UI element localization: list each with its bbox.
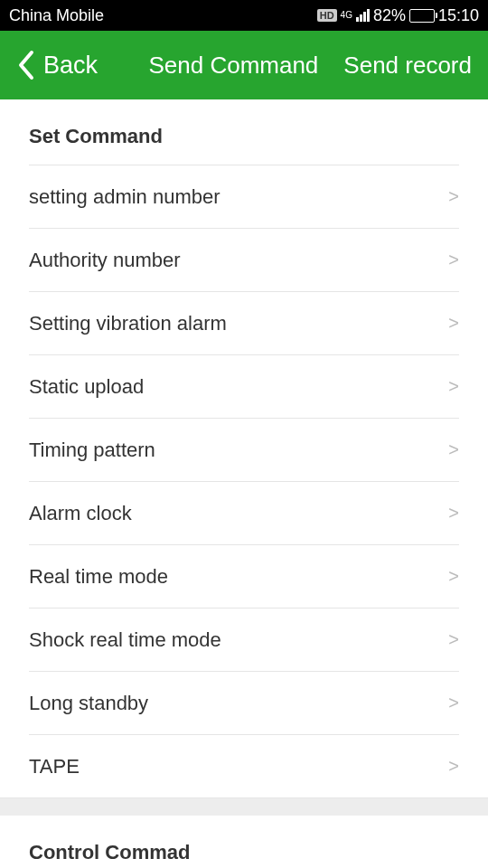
chevron-right-icon: >	[448, 439, 459, 460]
send-record-button[interactable]: Send record	[343, 52, 472, 80]
list-item[interactable]: setting admin number>	[29, 165, 459, 228]
list-item-label: Real time mode	[29, 565, 168, 589]
section-set-command-title: Set Command	[29, 99, 459, 165]
list-item[interactable]: Static upload>	[29, 354, 459, 418]
network-icon: 4G	[341, 11, 352, 20]
chevron-right-icon: >	[448, 186, 459, 207]
chevron-right-icon: >	[448, 313, 459, 334]
section-divider	[0, 797, 488, 816]
list-item[interactable]: Setting vibration alarm>	[29, 291, 459, 354]
chevron-right-icon: >	[448, 250, 459, 270]
signal-icon	[356, 9, 370, 22]
list-item-label: setting admin number	[29, 185, 221, 209]
chevron-right-icon: >	[448, 629, 459, 650]
chevron-right-icon: >	[448, 756, 459, 777]
set-command-list: setting admin number>Authority number>Se…	[29, 165, 459, 797]
back-label: Back	[43, 52, 98, 80]
list-item-label: Long standby	[29, 692, 148, 715]
list-item[interactable]: Timing pattern>	[29, 418, 459, 481]
list-item[interactable]: Shock real time mode>	[29, 608, 459, 671]
hd-icon: HD	[317, 9, 337, 22]
page-title: Send Command	[148, 52, 318, 80]
list-item[interactable]: Authority number>	[29, 228, 459, 291]
app-header: Back Send Command Send record	[0, 31, 488, 99]
list-item-label: Shock real time mode	[29, 628, 221, 652]
chevron-right-icon: >	[448, 566, 459, 587]
status-right: HD 4G 82% 15:10	[317, 6, 479, 25]
back-button[interactable]: Back	[16, 49, 98, 81]
list-item-label: Setting vibration alarm	[29, 312, 227, 335]
battery-pct: 82%	[373, 6, 406, 25]
list-item-label: TAPE	[29, 755, 80, 778]
list-item[interactable]: Real time mode>	[29, 544, 459, 608]
list-item-label: Alarm clock	[29, 502, 132, 525]
list-item[interactable]: TAPE>	[29, 734, 459, 797]
list-item[interactable]: Long standby>	[29, 671, 459, 734]
list-item[interactable]: Alarm clock>	[29, 481, 459, 544]
time-label: 15:10	[438, 6, 479, 25]
list-item-label: Timing pattern	[29, 439, 155, 462]
status-bar: China Mobile HD 4G 82% 15:10	[0, 0, 488, 31]
back-chevron-icon	[16, 49, 34, 81]
carrier-label: China Mobile	[9, 6, 104, 25]
battery-icon	[409, 9, 435, 23]
chevron-right-icon: >	[448, 693, 459, 713]
list-item-label: Authority number	[29, 249, 181, 272]
list-item-label: Static upload	[29, 375, 144, 399]
chevron-right-icon: >	[448, 503, 459, 524]
chevron-right-icon: >	[448, 376, 459, 397]
content-scroll[interactable]: Set Command setting admin number>Authori…	[0, 99, 488, 868]
section-control-command-title: Control Commad	[29, 816, 459, 868]
